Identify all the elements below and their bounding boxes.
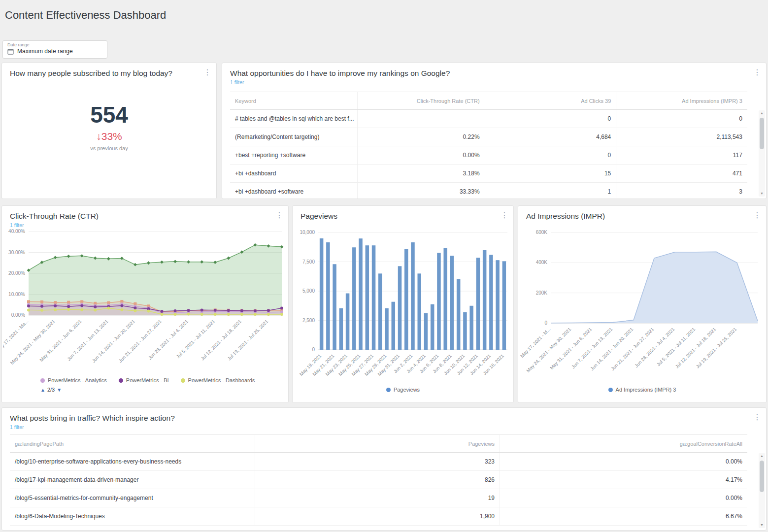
table-cell: /blog/5-essential-metrics-for-community-… <box>10 489 255 507</box>
pageviews-card: Pageviews ⋮ 02,5005,0007,50010,000May 19… <box>292 205 514 403</box>
table-row: +best +reporting +software0.00%0117 <box>230 146 747 165</box>
table-cell: 0 <box>485 146 616 164</box>
column-header[interactable]: ga:goalConversionRateAll <box>500 435 747 452</box>
table-row: /blog/5-essential-metrics-for-community-… <box>10 489 747 507</box>
svg-text:400K: 400K <box>536 260 548 265</box>
table-cell <box>357 110 484 128</box>
table-cell: 15 <box>485 165 616 182</box>
table-cell: +bi +dashboard +software <box>230 183 357 199</box>
ctr-chart: 0.00%10.00%20.00%30.00%40.00%May 17, 202… <box>3 228 286 375</box>
kebab-menu-icon[interactable]: ⋮ <box>752 68 762 77</box>
svg-text:2,500: 2,500 <box>302 318 315 323</box>
legend-swatch-icon <box>181 378 185 383</box>
table-cell: /blog/6-Data-Modeling-Techniques <box>10 507 255 525</box>
column-header[interactable]: Keyword <box>230 92 357 109</box>
legend-label: PowerMetrics - BI <box>126 377 169 383</box>
svg-text:Jun 21, 2021 - Jun 27, 2021: Jun 21, 2021 - Jun 27, 2021 <box>610 327 655 371</box>
svg-text:600K: 600K <box>536 230 548 235</box>
legend-page-indicator: 2/3 <box>47 387 55 393</box>
table-cell: 117 <box>616 146 747 164</box>
table-cell: /blog/10-enterprise-software-application… <box>10 453 255 470</box>
legend-pagination: ▲ 2/3 ▼ <box>40 387 62 393</box>
card-title: What opportunities do I have to improve … <box>230 69 758 78</box>
legend-label: PowerMetrics - Dashboards <box>188 377 255 383</box>
column-header[interactable]: Ad Impressions (IMPR) 3 <box>616 92 747 109</box>
date-range-picker[interactable]: Date range Maximum date range <box>2 40 107 59</box>
table-header-row: KeywordClick-Through Rate (CTR)Ad Clicks… <box>230 92 747 110</box>
table-cell: 3 <box>616 183 747 199</box>
legend-item[interactable]: PowerMetrics - BI <box>119 377 169 383</box>
kebab-menu-icon[interactable]: ⋮ <box>202 68 212 77</box>
kebab-menu-icon[interactable]: ⋮ <box>500 211 509 220</box>
svg-text:10.00%: 10.00% <box>8 292 25 297</box>
table-cell: 471 <box>616 165 747 182</box>
svg-text:Jul 5, 2021 - Jul 11, 2021: Jul 5, 2021 - Jul 11, 2021 <box>656 327 697 367</box>
scroll-up-icon[interactable]: ▲ <box>759 110 765 116</box>
kebab-menu-icon[interactable]: ⋮ <box>274 211 284 220</box>
legend-label: PowerMetrics - Analytics <box>48 377 107 383</box>
legend-item[interactable]: Ad Impressions (IMPR) 3 <box>608 387 676 393</box>
pageviews-chart: 02,5005,0007,50010,000May 19, 2021May 21… <box>294 229 511 384</box>
posts-card: What posts bring in traffic? Which inspi… <box>1 407 767 531</box>
svg-text:0: 0 <box>544 320 547 326</box>
card-title: What posts bring in traffic? Which inspi… <box>10 414 758 423</box>
table-cell: 0 <box>485 110 616 128</box>
scroll-down-icon[interactable]: ▼ <box>759 191 765 197</box>
svg-text:Jun 14, 2021 - Jun 20, 2021: Jun 14, 2021 - Jun 20, 2021 <box>91 319 135 364</box>
svg-text:10,000: 10,000 <box>300 230 315 235</box>
scroll-thumb[interactable] <box>760 461 764 492</box>
svg-text:0.00%: 0.00% <box>11 312 25 318</box>
table-scrollbar[interactable]: ▲ ▼ <box>759 110 765 197</box>
table-scrollbar[interactable]: ▲ ▼ <box>759 453 765 528</box>
svg-text:Jun 7, 2021 - Jun 13, 2021: Jun 7, 2021 - Jun 13, 2021 <box>570 327 614 370</box>
table-cell: 1 <box>485 183 616 199</box>
big-number-metric: 554 ↓33% vs previous day <box>2 103 216 151</box>
column-header[interactable]: Pageviews <box>255 435 500 452</box>
scroll-thumb[interactable] <box>760 118 764 149</box>
ctr-legend: PowerMetrics - AnalyticsPowerMetrics - B… <box>40 377 255 383</box>
kebab-menu-icon[interactable]: ⋮ <box>752 413 762 422</box>
table-header-row: ga:landingPagePathPageviewsga:goalConver… <box>10 434 747 453</box>
table-row: # tables and @tables in sql which are be… <box>230 110 747 128</box>
table-row: +bi +dashboard +software33.33%13 <box>230 183 747 199</box>
table-cell: # tables and @tables in sql which are be… <box>230 110 357 128</box>
filter-link[interactable]: 1 filter <box>10 424 24 430</box>
table-row: (Remarketing/Content targeting)0.22%4,68… <box>230 128 747 146</box>
filter-link[interactable]: 1 filter <box>230 79 244 85</box>
table-cell: (Remarketing/Content targeting) <box>230 128 357 146</box>
table-row: /blog/10-enterprise-software-application… <box>10 453 747 471</box>
legend-item[interactable]: PowerMetrics - Dashboards <box>181 377 255 383</box>
table-row: /blog/6-Data-Modeling-Techniques1,9006.6… <box>10 507 747 526</box>
scroll-down-icon[interactable]: ▼ <box>759 522 765 528</box>
svg-text:Jul 12, 2021 - Jul 18, 2021: Jul 12, 2021 - Jul 18, 2021 <box>674 327 717 369</box>
table-cell: 323 <box>255 453 500 470</box>
pageviews-legend: Pageviews <box>293 387 513 393</box>
svg-text:5,000: 5,000 <box>302 288 315 294</box>
table-cell: 3.18% <box>357 165 484 182</box>
svg-text:0: 0 <box>312 347 315 352</box>
table-cell: 6.67% <box>500 507 747 525</box>
table-cell: 33.33% <box>357 183 484 199</box>
column-header[interactable]: Ad Clicks 39 <box>485 92 616 109</box>
legend-label: Pageviews <box>394 387 420 393</box>
legend-item[interactable]: Pageviews <box>386 387 420 393</box>
table-row: +bi +dashboard3.18%15471 <box>230 165 747 183</box>
svg-text:7,500: 7,500 <box>302 259 315 265</box>
svg-text:200K: 200K <box>536 290 548 296</box>
column-header[interactable]: Click-Through Rate (CTR) <box>357 92 484 109</box>
svg-text:40.00%: 40.00% <box>8 229 25 234</box>
table-cell: 0.00% <box>357 146 484 164</box>
legend-item[interactable]: PowerMetrics - Analytics <box>40 377 107 383</box>
table-cell: 2,113,543 <box>616 128 747 146</box>
kebab-menu-icon[interactable]: ⋮ <box>752 211 762 220</box>
table-cell: 1,900 <box>255 507 500 525</box>
legend-prev-icon[interactable]: ▲ <box>40 387 45 393</box>
date-range-label: Date range <box>7 42 102 47</box>
scroll-up-icon[interactable]: ▲ <box>759 453 765 459</box>
column-header[interactable]: ga:landingPagePath <box>10 435 255 452</box>
legend-swatch-icon <box>119 378 123 383</box>
legend-next-icon[interactable]: ▼ <box>57 387 62 393</box>
table-cell: 4.17% <box>500 471 747 489</box>
svg-text:Jun 14, 2021 - Jun 20, 2021: Jun 14, 2021 - Jun 20, 2021 <box>589 327 634 371</box>
svg-text:May 24, 2021 - May 30, 2021: May 24, 2021 - May 30, 2021 <box>9 319 56 366</box>
